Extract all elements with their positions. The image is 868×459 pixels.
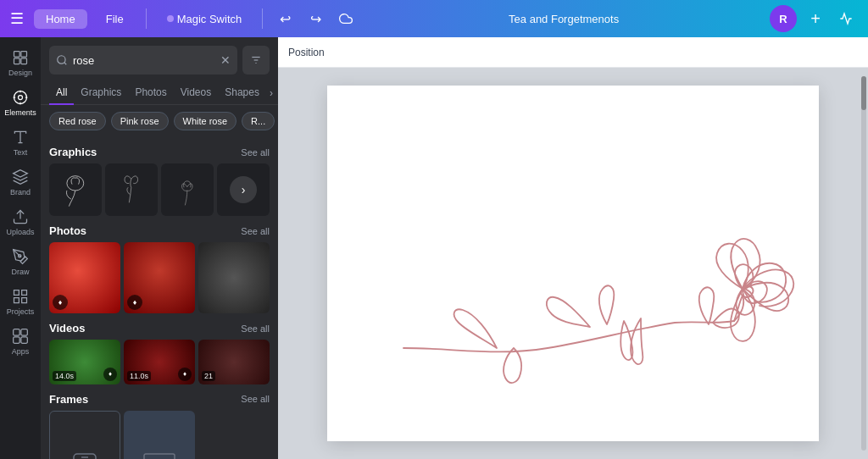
chip-r[interactable]: R... — [242, 112, 275, 130]
graphic-item-3[interactable] — [161, 163, 214, 216]
tab-videos[interactable]: Videos — [174, 81, 218, 105]
video-duration-3: 21 — [202, 371, 215, 381]
sidebar-label-uploads: Uploads — [6, 228, 34, 236]
search-bar-row: ✕ — [41, 37, 278, 81]
graphic-item-2[interactable] — [105, 163, 158, 216]
sidebar-label-text: Text — [14, 148, 28, 157]
sidebar-label-design: Design — [8, 69, 32, 77]
frame-portrait-icon — [142, 452, 176, 459]
photo-badge-1: ♦ — [53, 295, 68, 310]
sidebar-item-projects[interactable]: Projects — [2, 283, 39, 321]
videos-section-header: Videos See all — [49, 322, 270, 335]
main-layout: Design Elements Text Brand Uploads Draw … — [0, 37, 868, 459]
sidebar-item-uploads[interactable]: Uploads — [2, 203, 39, 241]
graphic-item-1[interactable] — [49, 163, 102, 216]
menu-icon[interactable]: ☰ — [10, 9, 24, 28]
tab-all[interactable]: All — [49, 81, 74, 105]
graphics-section-header: Graphics See all — [49, 146, 270, 158]
svg-rect-2 — [14, 58, 20, 64]
frames-grid — [49, 411, 270, 460]
svg-rect-20 — [144, 454, 175, 459]
redo-btn[interactable]: ↪ — [303, 7, 327, 30]
search-input[interactable] — [73, 54, 215, 67]
user-avatar[interactable]: R — [770, 5, 797, 32]
chip-white-rose[interactable]: White rose — [174, 112, 237, 130]
tab-home[interactable]: Home — [34, 9, 87, 29]
graphic-rose-3 — [166, 169, 209, 211]
frame-item-1[interactable] — [49, 411, 120, 460]
canvas-scrollbar-thumb — [861, 76, 866, 110]
video-duration-2: 11.0s — [127, 371, 151, 381]
videos-title: Videos — [49, 322, 85, 335]
magic-dot — [167, 15, 174, 22]
graphics-see-all[interactable]: See all — [241, 147, 270, 158]
frame-item-2[interactable] — [124, 411, 195, 460]
tab-photos[interactable]: Photos — [128, 81, 173, 105]
svg-line-13 — [64, 63, 67, 65]
sidebar-item-design[interactable]: Design — [2, 44, 39, 82]
topbar: ☰ Home File Magic Switch ↩ ↪ Tea and For… — [0, 0, 868, 37]
sidebar-label-brand: Brand — [10, 188, 31, 196]
graphic-item-4[interactable]: › — [217, 163, 270, 216]
photo-item-1[interactable]: ♦ — [49, 242, 120, 313]
photos-see-all[interactable]: See all — [241, 226, 270, 236]
search-clear-btn[interactable]: ✕ — [220, 53, 231, 67]
frames-see-all[interactable]: See all — [241, 394, 270, 404]
svg-rect-9 — [21, 329, 28, 336]
graphics-next-arrow[interactable]: › — [230, 176, 257, 203]
sidebar-label-apps: Apps — [12, 347, 30, 356]
video-item-3[interactable]: 21 — [198, 340, 270, 384]
photo-item-2[interactable]: ♦ — [124, 242, 195, 313]
canvas-page[interactable] — [327, 86, 819, 441]
sidebar-item-text[interactable]: Text — [2, 124, 39, 162]
video-item-2[interactable]: 11.0s ♦ — [124, 340, 195, 384]
svg-point-4 — [19, 96, 23, 100]
chip-pink-rose[interactable]: Pink rose — [111, 112, 169, 130]
undo-btn[interactable]: ↩ — [273, 7, 297, 30]
magic-switch-btn[interactable]: Magic Switch — [157, 9, 253, 29]
photo-item-3[interactable] — [198, 242, 270, 313]
position-label: Position — [288, 47, 325, 58]
plus-btn[interactable]: + — [804, 7, 827, 30]
graphic-rose-1 — [54, 169, 97, 211]
divider2 — [262, 8, 263, 29]
graphic-rose-2 — [110, 169, 153, 211]
canvas-workspace — [278, 68, 868, 459]
chart-btn[interactable] — [834, 7, 858, 30]
search-input-wrap: ✕ — [49, 46, 237, 75]
graphics-title: Graphics — [49, 146, 97, 158]
tab-file[interactable]: File — [94, 9, 136, 29]
frames-section-header: Frames See all — [49, 393, 270, 406]
frame-phone-icon — [72, 452, 97, 459]
tab-more-arrow[interactable]: › — [266, 87, 276, 99]
tab-graphics[interactable]: Graphics — [74, 81, 128, 105]
sidebar-label-projects: Projects — [7, 307, 35, 316]
videos-see-all[interactable]: See all — [241, 324, 270, 334]
sidebar-item-draw[interactable]: Draw — [2, 243, 39, 281]
chip-red-rose[interactable]: Red rose — [49, 112, 106, 130]
project-title: Tea and Forgetmenots — [509, 13, 619, 25]
canvas-area: Position — [278, 37, 868, 459]
sidebar-item-apps[interactable]: Apps — [2, 323, 39, 361]
sidebar-label-draw: Draw — [11, 268, 29, 276]
svg-rect-0 — [14, 52, 20, 58]
canvas-scrollbar-v[interactable] — [861, 76, 866, 451]
photo-badge-2: ♦ — [127, 295, 142, 310]
frames-title: Frames — [49, 393, 88, 406]
sidebar-label-elements: Elements — [4, 108, 36, 117]
sidebar-item-brand[interactable]: Brand — [2, 163, 39, 202]
search-filter-btn[interactable] — [242, 46, 270, 75]
sidebar-item-elements[interactable]: Elements — [2, 84, 39, 122]
photos-section-header: Photos See all — [49, 224, 270, 237]
video-item-1[interactable]: 14.0s ♦ — [49, 340, 120, 384]
svg-rect-18 — [74, 454, 96, 459]
search-panel: ✕ All Graphics Photos Videos Shapes › Re… — [41, 37, 278, 459]
video-badge-2: ♦ — [178, 368, 192, 381]
cloud-btn[interactable] — [334, 7, 358, 30]
video-badge-1: ♦ — [103, 368, 117, 381]
tab-shapes[interactable]: Shapes — [218, 81, 266, 105]
canvas-toolbar: Position — [278, 37, 868, 68]
chips-row: Red rose Pink rose White rose R... — [41, 105, 278, 137]
graphics-grid: › — [49, 163, 270, 216]
rose-artwork — [327, 86, 819, 441]
